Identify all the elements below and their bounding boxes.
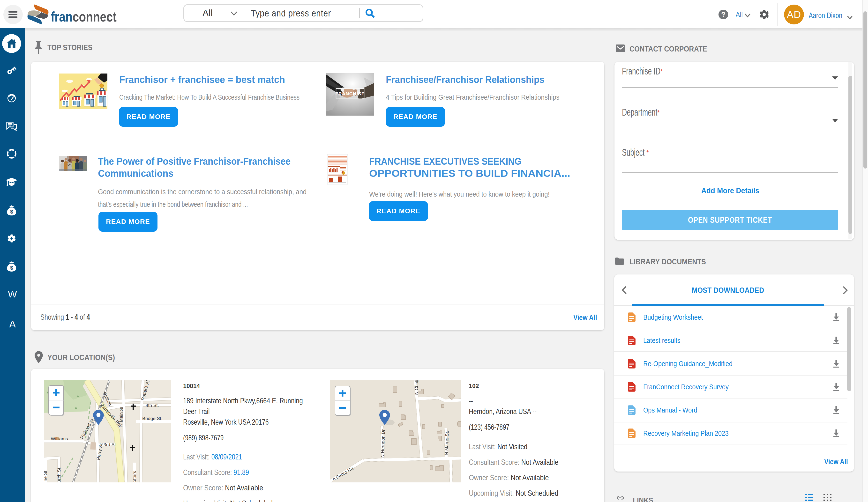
svg-text:Williams: Williams xyxy=(51,436,68,441)
svg-text:N Cholla: N Cholla xyxy=(414,380,420,395)
svg-text:4th St.: 4th St. xyxy=(146,403,159,408)
svg-text:otters: otters xyxy=(132,471,137,482)
svg-text:3rd St.: 3rd St. xyxy=(104,442,117,447)
svg-text:urch St.: urch St. xyxy=(56,467,61,482)
svg-text:N Herndon Dr: N Herndon Dr xyxy=(380,429,386,458)
svg-text:$: $ xyxy=(10,209,13,215)
svg-text:Bridge St.: Bridge St. xyxy=(142,416,162,421)
svg-text:ine St.: ine St. xyxy=(44,469,48,482)
svg-text:$: $ xyxy=(10,265,13,271)
svg-text:N Main St.: N Main St. xyxy=(118,405,124,427)
svg-text:FRANCHISE: FRANCHISE xyxy=(335,91,365,96)
svg-text:N Margo St.: N Margo St. xyxy=(444,431,450,455)
